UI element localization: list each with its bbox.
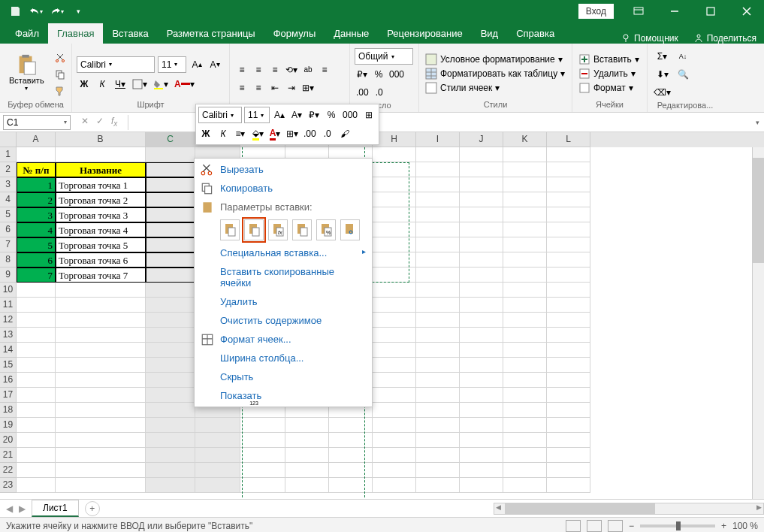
cell[interactable] bbox=[503, 418, 547, 433]
cut-icon[interactable] bbox=[52, 50, 68, 65]
align-middle-icon[interactable]: ≡ bbox=[251, 62, 266, 78]
cell[interactable]: № п/п bbox=[17, 162, 56, 177]
cell[interactable] bbox=[460, 388, 503, 403]
cell[interactable] bbox=[503, 177, 547, 192]
cell[interactable] bbox=[547, 268, 590, 283]
cell[interactable] bbox=[503, 147, 547, 162]
ctx-format-cells[interactable]: Формат ячеек... bbox=[195, 330, 372, 349]
cell[interactable]: Торговая точка 3 bbox=[56, 207, 146, 222]
cell[interactable] bbox=[56, 478, 146, 493]
orientation-icon[interactable]: ⟲▾ bbox=[284, 62, 299, 78]
cell[interactable] bbox=[56, 313, 146, 328]
cell[interactable] bbox=[146, 358, 195, 373]
cell[interactable] bbox=[146, 268, 195, 283]
cell[interactable] bbox=[503, 207, 547, 222]
row-header-23[interactable]: 23 bbox=[0, 478, 17, 493]
cell[interactable] bbox=[547, 298, 590, 313]
cell[interactable] bbox=[460, 268, 503, 283]
increase-indent-icon[interactable]: ⇥ bbox=[284, 80, 299, 96]
zoom-in-icon[interactable]: + bbox=[721, 521, 726, 531]
cell[interactable] bbox=[460, 298, 503, 313]
cell[interactable] bbox=[373, 222, 416, 237]
cell[interactable] bbox=[503, 192, 547, 207]
ctx-column-width[interactable]: Ширина столбца... bbox=[195, 349, 372, 367]
cell[interactable] bbox=[416, 207, 460, 222]
cell[interactable] bbox=[503, 463, 547, 478]
add-sheet-button[interactable]: + bbox=[85, 501, 100, 516]
mini-incdec-icon[interactable]: .00 bbox=[302, 125, 318, 142]
cell[interactable] bbox=[547, 388, 590, 403]
row-header-12[interactable]: 12 bbox=[0, 313, 17, 328]
mini-font-combo[interactable]: Calibri▾ bbox=[198, 107, 242, 123]
cell[interactable] bbox=[17, 463, 56, 478]
mini-thousand-icon[interactable]: 000 bbox=[341, 107, 359, 123]
cell-styles-button[interactable]: Стили ячеек▾ bbox=[424, 81, 566, 95]
cell[interactable] bbox=[460, 463, 503, 478]
cell[interactable] bbox=[547, 147, 590, 162]
align-center-icon[interactable]: ≡ bbox=[234, 80, 249, 96]
mini-size-combo[interactable]: 11▾ bbox=[244, 107, 270, 123]
underline-button[interactable]: Ч▾ bbox=[113, 76, 128, 92]
cell[interactable] bbox=[17, 358, 56, 373]
cell[interactable] bbox=[460, 162, 503, 177]
cell[interactable] bbox=[547, 463, 590, 478]
cell[interactable] bbox=[329, 478, 373, 493]
expand-formula-icon[interactable]: ▾ bbox=[751, 119, 764, 126]
mini-italic-button[interactable]: К bbox=[216, 125, 231, 142]
cell[interactable] bbox=[503, 343, 547, 358]
cell[interactable] bbox=[373, 448, 416, 463]
cell[interactable] bbox=[416, 283, 460, 298]
cell[interactable] bbox=[460, 418, 503, 433]
cell[interactable] bbox=[56, 418, 146, 433]
cell[interactable] bbox=[416, 222, 460, 237]
cell[interactable] bbox=[17, 433, 56, 448]
cell[interactable]: Торговая точка 6 bbox=[56, 252, 146, 268]
cell[interactable] bbox=[17, 478, 56, 493]
sheet-nav-next-icon[interactable]: ▶ bbox=[19, 503, 26, 514]
cell[interactable] bbox=[329, 463, 373, 478]
sort-filter-icon[interactable]: A↓ bbox=[675, 48, 690, 65]
paste-formatting-icon[interactable]: % bbox=[316, 219, 336, 240]
mini-dec-font-icon[interactable]: A▾ bbox=[289, 107, 304, 123]
row-header-8[interactable]: 8 bbox=[0, 252, 17, 268]
cell[interactable] bbox=[416, 298, 460, 313]
cell[interactable] bbox=[195, 433, 240, 448]
cell[interactable] bbox=[416, 313, 460, 328]
mini-fontcolor-icon[interactable]: A▾ bbox=[267, 125, 282, 142]
cell[interactable] bbox=[373, 358, 416, 373]
find-icon[interactable]: 🔍 bbox=[675, 66, 690, 83]
cell[interactable] bbox=[373, 162, 416, 177]
thousand-icon[interactable]: 000 bbox=[388, 66, 406, 83]
row-header-6[interactable]: 6 bbox=[0, 222, 17, 237]
paste-transpose-icon[interactable] bbox=[292, 219, 312, 240]
qat-customize-icon[interactable]: ▾ bbox=[69, 2, 87, 20]
cell[interactable] bbox=[240, 433, 285, 448]
cell[interactable] bbox=[373, 192, 416, 207]
cell[interactable] bbox=[285, 433, 329, 448]
ctx-cut[interactable]: Вырезать bbox=[195, 160, 372, 179]
cell[interactable] bbox=[547, 192, 590, 207]
cell[interactable]: 4 bbox=[17, 222, 56, 237]
cell[interactable] bbox=[56, 358, 146, 373]
cell[interactable] bbox=[460, 177, 503, 192]
cell[interactable]: 3 bbox=[17, 207, 56, 222]
align-bottom-icon[interactable]: ≡ bbox=[267, 62, 282, 78]
cell[interactable] bbox=[56, 403, 146, 418]
align-left-icon[interactable]: ≡ bbox=[317, 62, 332, 78]
inc-decimal-icon[interactable]: .00 bbox=[355, 84, 370, 101]
cell[interactable] bbox=[373, 343, 416, 358]
cell[interactable] bbox=[56, 463, 146, 478]
cell[interactable] bbox=[460, 433, 503, 448]
cell[interactable] bbox=[547, 433, 590, 448]
cell[interactable] bbox=[547, 313, 590, 328]
italic-button[interactable]: К bbox=[95, 76, 110, 92]
cell[interactable] bbox=[416, 478, 460, 493]
cell[interactable] bbox=[146, 343, 195, 358]
cell[interactable]: Торговая точка 4 bbox=[56, 222, 146, 237]
cell[interactable] bbox=[416, 237, 460, 252]
mini-borders-icon[interactable]: ⊞▾ bbox=[285, 125, 300, 142]
row-header-14[interactable]: 14 bbox=[0, 343, 17, 358]
cell[interactable] bbox=[285, 418, 329, 433]
redo-icon[interactable]: ▾ bbox=[48, 2, 66, 20]
cell[interactable] bbox=[146, 237, 195, 252]
